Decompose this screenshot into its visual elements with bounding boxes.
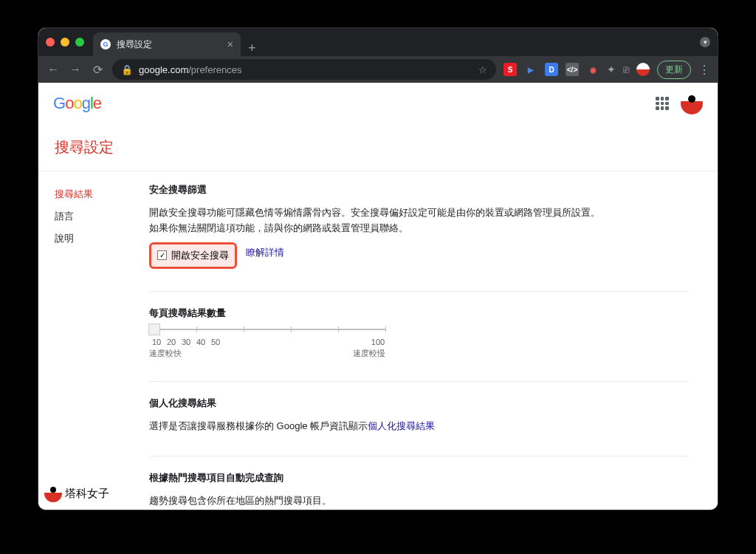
lock-icon: 🔒 bbox=[121, 64, 133, 75]
sidebar-item-help[interactable]: 說明 bbox=[55, 228, 149, 250]
ext-icon-code[interactable]: </> bbox=[566, 63, 579, 76]
slider-speed-labels: 速度較快 速度較慢 bbox=[149, 348, 385, 359]
maximize-window-button[interactable] bbox=[75, 38, 84, 47]
safesearch-desc2: 如果你無法關閉這項功能，請與你的網路或裝置管理員聯絡。 bbox=[149, 221, 688, 236]
back-button[interactable]: ← bbox=[46, 63, 61, 76]
update-button[interactable]: 更新 bbox=[657, 61, 691, 79]
extension-icons: S ▶ D </> ◉ ✦ ⎚ 更新 ⋮ bbox=[504, 61, 710, 79]
slider-handle[interactable] bbox=[148, 324, 160, 335]
divider bbox=[149, 381, 688, 382]
google-apps-icon[interactable] bbox=[656, 97, 669, 110]
sidebar-item-language[interactable]: 語言 bbox=[55, 205, 149, 228]
personal-results-section: 個人化搜尋結果 選擇是否讓搜尋服務根據你的 Google 帳戶資訊顯示個人化搜尋… bbox=[149, 397, 688, 434]
ext-icon-play[interactable]: ▶ bbox=[524, 63, 537, 76]
google-header: Google bbox=[38, 83, 718, 124]
personal-results-link[interactable]: 個人化搜尋結果 bbox=[368, 420, 435, 431]
main-settings: 安全搜尋篩選 開啟安全搜尋功能可隱藏色情等煽情露骨內容。安全搜尋偏好設定可能是由… bbox=[149, 183, 718, 510]
results-per-page-section: 每頁搜尋結果數量 10 20 bbox=[149, 307, 688, 359]
account-avatar[interactable] bbox=[681, 92, 703, 114]
star-icon[interactable]: ☆ bbox=[478, 64, 487, 75]
reload-button[interactable]: ⟳ bbox=[90, 63, 105, 77]
divider bbox=[149, 291, 688, 292]
safesearch-section: 安全搜尋篩選 開啟安全搜尋功能可隱藏色情等煽情露骨內容。安全搜尋偏好設定可能是由… bbox=[149, 183, 688, 269]
tab-bar: G 搜尋設定 × + ▾ bbox=[38, 28, 718, 56]
ext-icon-d[interactable]: D bbox=[545, 63, 558, 76]
slider-value-labels: 10 20 30 40 50 100 bbox=[149, 338, 385, 346]
tabs-container: G 搜尋設定 × + bbox=[93, 28, 700, 56]
watermark: 塔科女子 bbox=[44, 485, 109, 502]
divider bbox=[149, 456, 688, 456]
safesearch-heading: 安全搜尋篩選 bbox=[149, 183, 688, 196]
url-domain: google.com bbox=[139, 64, 188, 75]
watermark-text: 塔科女子 bbox=[65, 487, 109, 501]
tab-list-dropdown[interactable]: ▾ bbox=[700, 37, 710, 47]
safesearch-highlight: ✓ 開啟安全搜尋 bbox=[149, 242, 237, 269]
personal-heading: 個人化搜尋結果 bbox=[149, 397, 688, 410]
results-per-page-heading: 每頁搜尋結果數量 bbox=[149, 307, 688, 320]
tab-title: 搜尋設定 bbox=[117, 38, 221, 51]
watermark-avatar bbox=[44, 485, 62, 502]
close-tab-icon[interactable]: × bbox=[227, 38, 233, 50]
page-content: Google 搜尋設定 搜尋結果 語言 說明 安全搜尋篩選 開啟安全搜尋功能可隱… bbox=[38, 83, 718, 510]
safesearch-checkbox-label: 開啟安全搜尋 bbox=[171, 249, 229, 262]
safesearch-desc1: 開啟安全搜尋功能可隱藏色情等煽情露骨內容。安全搜尋偏好設定可能是由你的裝置或網路… bbox=[149, 205, 688, 221]
profile-avatar-small[interactable] bbox=[636, 63, 650, 76]
results-slider[interactable]: 10 20 30 40 50 100 速度較快 速度較慢 bbox=[149, 329, 385, 359]
address-bar: ← → ⟳ 🔒 google.com/preferences ☆ S ▶ D <… bbox=[38, 56, 718, 83]
safesearch-checkbox[interactable]: ✓ bbox=[157, 250, 167, 260]
autocomplete-desc: 趨勢搜尋包含你所在地區的熱門搜尋項目。 bbox=[149, 493, 688, 509]
personal-desc: 選擇是否讓搜尋服務根據你的 Google 帳戶資訊顯示個人化搜尋結果 bbox=[149, 419, 688, 434]
google-logo[interactable]: Google bbox=[53, 94, 101, 113]
sidebar-item-results[interactable]: 搜尋結果 bbox=[55, 183, 149, 205]
browser-tab[interactable]: G 搜尋設定 × bbox=[93, 33, 241, 56]
tab-favicon: G bbox=[100, 39, 111, 49]
ext-icon-shield[interactable]: ◉ bbox=[586, 63, 599, 76]
safesearch-learn-more-link[interactable]: 瞭解詳情 bbox=[246, 246, 284, 259]
minimize-window-button[interactable] bbox=[61, 38, 69, 47]
page-title: 搜尋設定 bbox=[38, 124, 718, 171]
url-path: /preferences bbox=[188, 64, 241, 75]
window-controls bbox=[46, 38, 84, 47]
content-area: 搜尋結果 語言 說明 安全搜尋篩選 開啟安全搜尋功能可隱藏色情等煽情露骨內容。安… bbox=[38, 171, 718, 510]
extensions-puzzle-icon[interactable]: ✦ bbox=[607, 64, 616, 75]
forward-button[interactable]: → bbox=[68, 63, 83, 76]
url-field[interactable]: 🔒 google.com/preferences ☆ bbox=[112, 59, 496, 80]
close-window-button[interactable] bbox=[46, 38, 55, 47]
cast-icon[interactable]: ⎚ bbox=[623, 64, 629, 75]
browser-window: G 搜尋設定 × + ▾ ← → ⟳ 🔒 google.com/preferen… bbox=[38, 28, 718, 510]
ext-icon-s[interactable]: S bbox=[504, 63, 517, 76]
autocomplete-heading: 根據熱門搜尋項目自動完成查詢 bbox=[149, 471, 688, 485]
new-tab-button[interactable]: + bbox=[248, 41, 256, 56]
autocomplete-section: 根據熱門搜尋項目自動完成查詢 趨勢搜尋包含你所在地區的熱門搜尋項目。 顯示熱門搜… bbox=[149, 471, 688, 510]
sidebar: 搜尋結果 語言 說明 bbox=[38, 183, 149, 510]
browser-menu-icon[interactable]: ⋮ bbox=[698, 63, 710, 77]
